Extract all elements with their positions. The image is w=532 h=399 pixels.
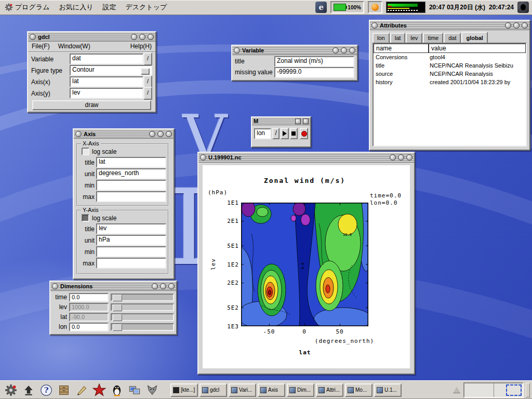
time-clock[interactable]: 20:47:24 — [489, 4, 514, 11]
attributes-titlebar[interactable]: Attributes — [370, 21, 529, 30]
minimize-button[interactable] — [390, 154, 396, 161]
minimize-button[interactable] — [149, 131, 155, 137]
tab-lev[interactable]: lev — [406, 33, 422, 43]
window-menu-icon[interactable] — [75, 131, 82, 137]
gdcl-titlebar[interactable]: gdcl — [28, 32, 155, 42]
menu-file[interactable]: File(F) — [32, 43, 50, 50]
panel-hide-icon[interactable] — [453, 387, 460, 393]
task-button-plot[interactable]: U.1... — [374, 383, 402, 397]
task-button-variable[interactable]: Vari... — [229, 383, 256, 397]
axis-x-field[interactable]: lat — [70, 76, 143, 87]
bug-icon[interactable] — [517, 2, 529, 13]
table-row[interactable]: source NCEP/NCAR Reanalysis — [374, 70, 526, 78]
x-unit-field[interactable]: degrees_north — [96, 168, 166, 179]
close-button[interactable] — [406, 154, 413, 161]
file-cabinet-button[interactable] — [56, 382, 72, 398]
close-button[interactable] — [166, 131, 172, 137]
tab-dat[interactable]: dat — [444, 33, 461, 43]
tab-time[interactable]: time — [423, 33, 443, 43]
draw-button[interactable]: draw — [32, 100, 151, 110]
task-button-axis[interactable]: Axis — [258, 383, 285, 397]
variable-field[interactable]: dat — [70, 54, 143, 64]
record-button[interactable] — [300, 128, 308, 139]
task-button-monitor[interactable]: Mo... — [345, 383, 373, 397]
task-button-dimensions[interactable]: Dim... — [287, 383, 314, 397]
table-row[interactable]: title NCEP/NCAR Reanalysis Seibizu — [374, 61, 526, 70]
monitor-titlebar[interactable]: M — [252, 117, 310, 125]
y-unit-field[interactable]: hPa — [96, 235, 166, 246]
missing-value-field[interactable]: -99999.0 — [274, 67, 354, 78]
y-title-field[interactable]: lev — [96, 223, 166, 234]
x-log-scale-checkbox[interactable] — [82, 148, 89, 155]
menu-settings[interactable]: 設定 — [98, 0, 121, 15]
maximize-button[interactable] — [513, 22, 520, 29]
menu-favorites[interactable]: お気に入り — [55, 0, 98, 15]
gimp-button[interactable] — [144, 382, 160, 398]
panel-handle[interactable] — [526, 383, 530, 397]
play-button[interactable] — [281, 128, 289, 139]
task-button-kterm[interactable]: [kte...] — [170, 383, 198, 397]
terminal-icon[interactable]: e — [315, 2, 327, 13]
tab-lat[interactable]: lat — [390, 33, 406, 43]
axis-y-pick-button[interactable]: / — [143, 87, 152, 100]
maximize-button[interactable] — [160, 283, 166, 289]
contour-plot[interactable]: 0.0 18.0 — [241, 203, 368, 326]
minimize-button[interactable] — [131, 34, 137, 40]
window-menu-icon[interactable] — [234, 47, 240, 54]
slider-handle[interactable] — [113, 324, 122, 331]
plot-titlebar[interactable]: U.199901.nc — [198, 153, 414, 163]
close-button[interactable] — [349, 47, 355, 54]
maximize-button[interactable] — [157, 131, 164, 137]
menu-programs[interactable]: プログラム — [0, 0, 55, 15]
window-menu-icon[interactable] — [52, 283, 58, 289]
desktop-pager[interactable] — [463, 382, 524, 398]
menu-window[interactable]: Window(W) — [58, 43, 90, 50]
y-max-field[interactable] — [96, 258, 166, 269]
menu-help[interactable]: Help(H) — [130, 43, 152, 50]
task-button-gdcl[interactable]: gdcl — [200, 383, 227, 397]
load-meter[interactable] — [386, 2, 425, 13]
date-clock[interactable]: 20:47 03月20日 (水) — [429, 3, 485, 12]
task-button-attributes[interactable]: Attri... — [316, 383, 343, 397]
window-menu-icon[interactable] — [200, 154, 206, 161]
maximize-button[interactable] — [398, 154, 404, 161]
y-log-scale-checkbox[interactable] — [82, 214, 89, 222]
mail-compose-button[interactable] — [74, 382, 89, 398]
display-settings-button[interactable] — [127, 382, 142, 398]
star-app-button[interactable] — [91, 382, 107, 398]
minimize-button[interactable] — [505, 22, 511, 29]
pager-desktop-2[interactable] — [494, 383, 523, 397]
title-attr-field[interactable]: Zonal wind (m/s) — [274, 56, 354, 67]
minimize-button[interactable] — [152, 283, 158, 289]
close-button[interactable] — [168, 283, 175, 289]
pick-button[interactable]: / — [272, 128, 280, 139]
activity-applet[interactable] — [368, 1, 382, 14]
axis-y-field[interactable]: lev — [70, 88, 143, 99]
figure-type-dropdown[interactable]: Contour — [70, 65, 152, 76]
tab-global[interactable]: global — [461, 32, 487, 43]
table-row[interactable]: history created 2001/10/04 18:23:29 by — [374, 78, 526, 86]
panel-up-button[interactable] — [21, 382, 36, 398]
close-button[interactable] — [522, 22, 528, 29]
penguin-app-button[interactable] — [109, 382, 125, 398]
battery-indicator[interactable]: 100% — [330, 1, 364, 14]
table-row[interactable]: Conversions gtool4 — [374, 53, 526, 61]
slider-handle[interactable] — [113, 295, 122, 301]
k-menu-button[interactable] — [3, 382, 19, 398]
close-button[interactable] — [148, 34, 154, 40]
minimize-button[interactable] — [332, 47, 339, 54]
window-menu-icon[interactable] — [371, 22, 378, 29]
time-value-field[interactable]: 0.0 — [69, 293, 109, 302]
x-title-field[interactable]: lat — [96, 157, 166, 168]
variable-pick-button[interactable]: / — [143, 52, 152, 65]
lon-value-field[interactable]: 0.0 — [69, 323, 109, 331]
y-min-field[interactable] — [96, 246, 166, 257]
axis-titlebar[interactable]: Axis — [74, 129, 174, 139]
menu-desktop[interactable]: デスクトップ — [121, 0, 171, 15]
window-menu-icon[interactable] — [30, 34, 36, 40]
x-max-field[interactable] — [96, 191, 166, 202]
variable-titlebar[interactable]: Variable — [232, 46, 357, 55]
maximize-button[interactable] — [139, 34, 145, 40]
help-button[interactable]: ? — [38, 382, 54, 398]
close-button[interactable] — [303, 118, 309, 124]
